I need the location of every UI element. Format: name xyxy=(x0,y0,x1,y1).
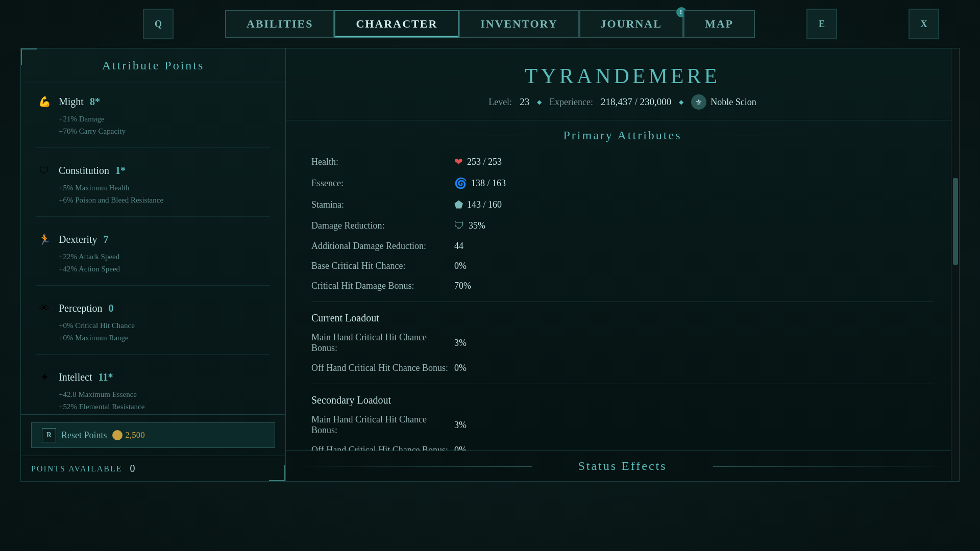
level-value: 23 xyxy=(520,96,529,108)
close-button[interactable]: X xyxy=(909,9,939,39)
stat-secondary-off-hand-crit: Off Hand Critical Hit Chance Bonus: 0% xyxy=(311,445,934,450)
diamond-divider-1: ◆ xyxy=(537,98,542,106)
points-available-value: 0 xyxy=(130,463,135,474)
perception-bonuses: +0% Critical Hit Chance +0% Maximum Rang… xyxy=(59,319,270,344)
nav-e-button[interactable]: E xyxy=(806,9,837,39)
stamina-label: Stamina: xyxy=(311,199,454,210)
tab-character[interactable]: CHARACTER xyxy=(334,10,459,38)
primary-attributes-section: Primary Attributes xyxy=(286,120,959,151)
current-off-hand-crit-label: Off Hand Critical Hit Chance Bonus: xyxy=(311,363,454,373)
stats-content: Health: ❤ 253 / 253 Essence: 🌀 138 / 163… xyxy=(286,151,959,450)
class-icon: ⚜ xyxy=(691,94,706,110)
current-loadout-title: Current Loadout xyxy=(311,312,934,324)
stat-current-main-hand-crit: Main Hand Critical Hit Chance Bonus: 3% xyxy=(311,332,934,354)
constitution-bonuses: +5% Maximum Health +6% Poison and Bleed … xyxy=(59,182,270,206)
attribute-points-panel: Attribute Points 💪 Might 8* +21% Damage … xyxy=(20,48,286,482)
character-name: TYRANDEMERE xyxy=(296,64,949,88)
reset-key-indicator: R xyxy=(42,428,56,442)
constitution-icon: 🛡 xyxy=(36,162,53,179)
tab-map[interactable]: MAP xyxy=(683,10,755,38)
stat-health: Health: ❤ 253 / 253 xyxy=(311,156,934,168)
stat-base-crit-chance: Base Critical Hit Chance: 0% xyxy=(311,261,934,271)
scrollbar-thumb[interactable] xyxy=(953,178,958,265)
points-available-label: POINTS AVAILABLE xyxy=(31,464,122,473)
reset-cost: 2,500 xyxy=(112,430,145,440)
perception-icon: 👁 xyxy=(36,300,53,316)
stamina-icon: ⬟ xyxy=(454,198,463,211)
class-name: Noble Scion xyxy=(710,97,756,108)
primary-attributes-header: Primary Attributes xyxy=(286,120,959,151)
dexterity-label: Dexterity xyxy=(59,234,97,245)
status-effects-section: Status Effects xyxy=(286,450,959,481)
dexterity-value: 7 xyxy=(104,234,109,245)
essence-label: Essence: xyxy=(311,178,454,189)
stamina-value: 143 / 160 xyxy=(467,199,502,210)
crit-damage-bonus-label: Critical Hit Damage Bonus: xyxy=(311,281,454,291)
health-icon: ❤ xyxy=(454,156,463,168)
intellect-bonuses: +42.8 Maximum Essence +52% Elemental Res… xyxy=(59,388,270,413)
stat-damage-reduction: Damage Reduction: 🛡 35% xyxy=(311,220,934,232)
might-bonuses: +21% Damage +70% Carry Capacity xyxy=(59,113,270,137)
secondary-main-hand-crit-label: Main Hand Critical Hit Chance Bonus: xyxy=(311,414,454,436)
level-label: Level: xyxy=(488,97,512,108)
base-crit-chance-label: Base Critical Hit Chance: xyxy=(311,261,454,271)
attribute-constitution: 🛡 Constitution 1* +5% Maximum Health +6%… xyxy=(36,162,270,217)
stat-secondary-main-hand-crit: Main Hand Critical Hit Chance Bonus: 3% xyxy=(311,414,934,436)
reset-points-button[interactable]: R Reset Points 2,500 xyxy=(31,422,275,448)
character-stats-panel: TYRANDEMERE Level: 23 ◆ Experience: 218,… xyxy=(286,48,960,482)
damage-reduction-value: 35% xyxy=(469,220,485,231)
constitution-value: 1* xyxy=(115,165,126,177)
reset-area: R Reset Points 2,500 xyxy=(21,414,285,456)
points-available-bar: POINTS AVAILABLE 0 xyxy=(21,456,285,481)
base-crit-chance-value: 0% xyxy=(454,261,467,271)
might-icon: 💪 xyxy=(36,93,53,110)
character-info: Level: 23 ◆ Experience: 218,437 / 230,00… xyxy=(296,94,949,110)
attribute-perception: 👁 Perception 0 +0% Critical Hit Chance +… xyxy=(36,300,270,355)
might-label: Might xyxy=(59,96,84,108)
character-header: TYRANDEMERE Level: 23 ◆ Experience: 218,… xyxy=(286,48,959,120)
stat-crit-damage-bonus: Critical Hit Damage Bonus: 70% xyxy=(311,281,934,291)
stat-stamina: Stamina: ⬟ 143 / 160 xyxy=(311,198,934,211)
stat-essence: Essence: 🌀 138 / 163 xyxy=(311,177,934,189)
class-badge: ⚜ Noble Scion xyxy=(691,94,756,110)
dexterity-bonuses: +22% Attack Speed +42% Action Speed xyxy=(59,251,270,275)
intellect-value: 11* xyxy=(99,371,113,383)
secondary-off-hand-crit-label: Off Hand Critical Hit Chance Bonus: xyxy=(311,445,454,450)
reset-label: Reset Points xyxy=(61,430,107,441)
damage-reduction-icon: 🛡 xyxy=(454,220,464,232)
stat-current-off-hand-crit: Off Hand Critical Hit Chance Bonus: 0% xyxy=(311,363,934,373)
crit-damage-bonus-value: 70% xyxy=(454,281,471,291)
nav-q-button[interactable]: Q xyxy=(143,9,174,39)
tab-journal[interactable]: JOURNAL ! xyxy=(579,10,683,38)
coin-icon xyxy=(112,430,122,440)
essence-icon: 🌀 xyxy=(454,177,467,189)
damage-reduction-label: Damage Reduction: xyxy=(311,220,454,231)
intellect-icon: ✦ xyxy=(36,369,53,385)
attribute-dexterity: 🏃 Dexterity 7 +22% Attack Speed +42% Act… xyxy=(36,231,270,286)
attribute-points-header: Attribute Points xyxy=(21,48,285,83)
experience-label: Experience: xyxy=(549,97,593,108)
current-main-hand-crit-label: Main Hand Critical Hit Chance Bonus: xyxy=(311,332,454,354)
perception-label: Perception xyxy=(59,303,103,314)
attribute-intellect: ✦ Intellect 11* +42.8 Maximum Essence +5… xyxy=(36,369,270,414)
diamond-divider-2: ◆ xyxy=(679,98,683,106)
dexterity-icon: 🏃 xyxy=(36,231,53,247)
main-content: Attribute Points 💪 Might 8* +21% Damage … xyxy=(20,48,960,482)
intellect-label: Intellect xyxy=(59,371,92,383)
health-label: Health: xyxy=(311,157,454,167)
scrollbar[interactable] xyxy=(951,48,959,481)
status-effects-header: Status Effects xyxy=(286,451,959,481)
nav-tabs: ABILITIES CHARACTER INVENTORY JOURNAL ! … xyxy=(225,10,755,38)
constitution-label: Constitution xyxy=(59,165,109,177)
attribute-might: 💪 Might 8* +21% Damage +70% Carry Capaci… xyxy=(36,93,270,148)
essence-value: 138 / 163 xyxy=(471,178,506,189)
current-main-hand-crit-value: 3% xyxy=(454,338,467,348)
tab-abilities[interactable]: ABILITIES xyxy=(225,10,335,38)
tab-inventory[interactable]: INVENTORY xyxy=(459,10,579,38)
stats-divider-1 xyxy=(311,302,934,302)
might-value: 8* xyxy=(90,96,100,108)
attributes-list: 💪 Might 8* +21% Damage +70% Carry Capaci… xyxy=(21,83,285,414)
secondary-main-hand-crit-value: 3% xyxy=(454,420,467,431)
additional-damage-reduction-value: 44 xyxy=(454,241,463,252)
health-value: 253 / 253 xyxy=(467,157,502,167)
